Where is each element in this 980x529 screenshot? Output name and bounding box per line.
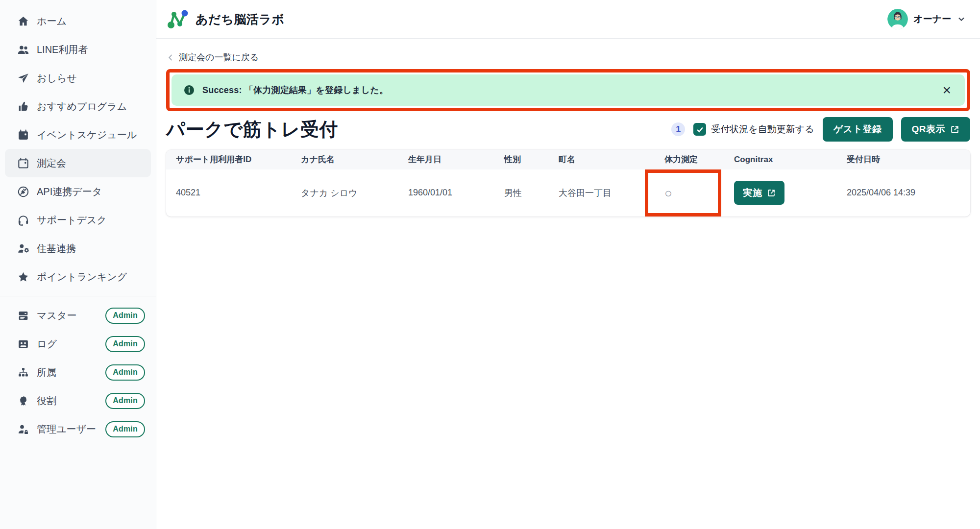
admin-badge: Admin: [105, 336, 145, 352]
cell-user-id: 40521: [166, 169, 291, 216]
auto-refresh-label: 受付状況を自動更新する: [711, 123, 814, 136]
alert-message: Success: 「体力測定結果」を登録しました。: [202, 84, 388, 96]
sidebar-item-master[interactable]: マスター Admin: [5, 301, 151, 330]
sidebar-item-label: 住基連携: [37, 242, 76, 255]
cell-town: 大谷田一丁目: [549, 169, 655, 216]
count-badge: 1: [671, 122, 685, 136]
admin-badge: Admin: [105, 393, 145, 409]
cell-fitness-status: ○: [655, 169, 724, 216]
headset-icon: [17, 214, 29, 226]
sidebar-item-support-desk[interactable]: サポートデスク: [5, 206, 151, 234]
brand-logo-link[interactable]: あだち脳活ラボ: [167, 9, 284, 29]
page-content: 測定会の一覧に戻る Success: 「体力測定結果」を登録しました。 × パー…: [156, 39, 980, 529]
success-alert: Success: 「体力測定結果」を登録しました。 ×: [172, 74, 965, 106]
cognitrax-execute-label: 実施: [743, 187, 762, 199]
sidebar-divider: [0, 296, 156, 296]
home-icon: [17, 15, 29, 27]
column-header: 体力測定: [655, 150, 724, 169]
sidebar-item-resident-link[interactable]: 住基連携: [5, 234, 151, 263]
user-menu[interactable]: オーナー: [887, 9, 966, 29]
sidebar-item-label: マスター: [37, 309, 76, 322]
plug-icon: [17, 185, 29, 198]
column-header: 性別: [494, 150, 549, 169]
column-header: 町名: [549, 150, 655, 169]
cell-gender: 男性: [494, 169, 549, 216]
auto-refresh-toggle[interactable]: 受付状況を自動更新する: [693, 123, 814, 136]
users-icon: [17, 43, 29, 56]
sidebar-item-home[interactable]: ホーム: [5, 7, 151, 35]
sidebar-item-api-data[interactable]: API連携データ: [5, 177, 151, 206]
title-controls: 1 受付状況を自動更新する ゲスト登録 QR表示: [671, 117, 970, 142]
sidebar-item-recommended-programs[interactable]: おすすめプログラム: [5, 92, 151, 120]
auto-refresh-checkbox[interactable]: [693, 123, 706, 136]
sidebar-item-label: イベントスケジュール: [37, 128, 137, 142]
user-gear-icon: [17, 242, 29, 255]
back-link[interactable]: 測定会の一覧に戻る: [166, 51, 259, 63]
sidebar-item-measurement-events[interactable]: 測定会: [5, 149, 151, 177]
calendar-icon: [17, 157, 29, 169]
sidebar-item-roles[interactable]: 役割 Admin: [5, 386, 151, 415]
brand-title: あだち脳活ラボ: [196, 11, 284, 27]
admin-badge: Admin: [105, 308, 145, 324]
sidebar-item-affiliation[interactable]: 所属 Admin: [5, 358, 151, 386]
page-title: パークで筋トレ受付: [166, 117, 338, 142]
sidebar-item-line-users[interactable]: LINE利用者: [5, 35, 151, 64]
cognitrax-execute-button[interactable]: 実施: [734, 181, 784, 205]
sidebar-item-log[interactable]: ログ Admin: [5, 330, 151, 358]
chevron-down-icon: [956, 14, 966, 24]
sidebar-item-news[interactable]: おしらせ: [5, 64, 151, 92]
chevron-left-icon: [166, 53, 175, 62]
guest-register-label: ゲスト登録: [833, 123, 882, 136]
reception-table: サポート用利用者ID カナ氏名 生年月日 性別 町名 体力測定 Cognitra…: [166, 150, 970, 216]
cell-accepted-at: 2025/04/06 14:39: [837, 169, 970, 216]
calendar-filled-icon: [17, 128, 29, 141]
sidebar-item-label: API連携データ: [37, 185, 102, 198]
thumbs-up-icon: [17, 100, 29, 113]
sidebar-item-label: サポートデスク: [37, 214, 107, 227]
guest-register-button[interactable]: ゲスト登録: [823, 117, 893, 142]
brand-logo-icon: [167, 9, 189, 29]
alert-close-button[interactable]: ×: [940, 83, 953, 97]
server-icon: [17, 309, 29, 322]
sidebar-item-event-schedule[interactable]: イベントスケジュール: [5, 120, 151, 149]
fitness-status-mark: ○: [664, 187, 672, 199]
column-header: Cognitrax: [724, 150, 837, 169]
sidebar-item-label: 所属: [37, 366, 56, 379]
title-row: パークで筋トレ受付 1 受付状況を自動更新する ゲスト登録 QR表示: [166, 117, 970, 142]
app-root: ホーム LINE利用者 おしらせ おすすめプログラム イベントスケジュール: [0, 0, 980, 529]
main-area: あだち脳活ラボ オーナー: [156, 0, 980, 529]
external-link-icon: [950, 125, 959, 134]
cell-birth-date: 1960/01/01: [398, 169, 494, 216]
column-header: 受付日時: [837, 150, 970, 169]
annotation-highlight-alert: Success: 「体力測定結果」を登録しました。 ×: [166, 69, 970, 111]
sidebar-item-label: おしらせ: [37, 72, 77, 85]
sidebar-item-label: LINE利用者: [37, 43, 88, 56]
sidebar: ホーム LINE利用者 おしらせ おすすめプログラム イベントスケジュール: [0, 0, 156, 529]
award-icon: [17, 394, 29, 407]
user-role-label: オーナー: [913, 13, 951, 25]
sidebar-item-label: 管理ユーザー: [37, 423, 96, 436]
log-icon: [17, 337, 29, 350]
external-link-icon: [767, 189, 776, 197]
sidebar-item-label: おすすめプログラム: [37, 100, 127, 113]
paper-plane-icon: [17, 72, 29, 84]
sidebar-item-label: 測定会: [37, 157, 66, 170]
cell-kana-name: タナカ シロウ: [291, 169, 398, 216]
avatar: [887, 9, 908, 29]
column-header: カナ氏名: [291, 150, 398, 169]
column-header: 生年月日: [398, 150, 494, 169]
sidebar-item-label: ログ: [37, 337, 57, 351]
cell-cognitrax: 実施: [724, 169, 837, 216]
check-icon: [696, 125, 704, 134]
info-icon: [183, 84, 195, 96]
sidebar-item-label: 役割: [37, 394, 56, 408]
top-header: あだち脳活ラボ オーナー: [156, 0, 980, 39]
sidebar-item-admin-users[interactable]: 管理ユーザー Admin: [5, 415, 151, 443]
qr-display-button[interactable]: QR表示: [901, 117, 971, 142]
admin-badge: Admin: [105, 421, 145, 437]
column-header: サポート用利用者ID: [166, 150, 291, 169]
star-icon: [17, 270, 29, 283]
table-row: 40521 タナカ シロウ 1960/01/01 男性 大谷田一丁目 ○ 実施: [166, 169, 970, 216]
qr-display-label: QR表示: [912, 123, 946, 136]
sidebar-item-point-ranking[interactable]: ポイントランキング: [5, 263, 151, 291]
